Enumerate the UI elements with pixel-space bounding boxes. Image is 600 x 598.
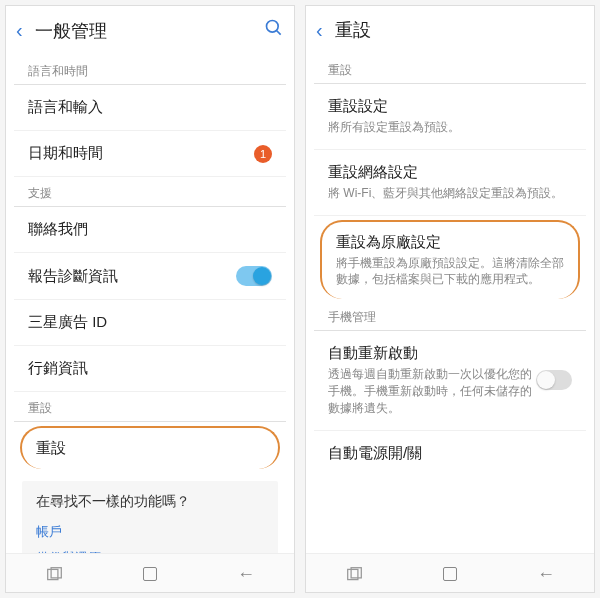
screen-reset: ‹ 重設 重設 重設設定 將所有設定重設為預設。 重設網絡設定 將 Wi-Fi、…	[305, 5, 595, 593]
section-lang-time: 語言和時間	[14, 57, 286, 85]
nav-bar: ←	[6, 553, 294, 592]
nav-recents-icon[interactable]	[34, 564, 74, 584]
item-label: 重設	[36, 439, 66, 458]
item-samsung-ad-id[interactable]: 三星廣告 ID	[14, 300, 286, 346]
item-auto-restart[interactable]: 自動重新啟動 透過每週自動重新啟動一次以優化您的手機。手機重新啟動時，任何未儲存…	[314, 331, 586, 430]
notification-badge: 1	[254, 145, 272, 163]
nav-recents-icon[interactable]	[334, 564, 374, 584]
content-scroll[interactable]: 語言和時間 語言和輸入 日期和時間 1 支援 聯絡我們 報告診斷資訊 三星廣告 …	[6, 55, 294, 553]
nav-home-icon[interactable]	[430, 564, 470, 584]
item-contact-us[interactable]: 聯絡我們	[14, 207, 286, 253]
nav-back-icon[interactable]: ←	[226, 564, 266, 584]
item-reset-settings[interactable]: 重設設定 將所有設定重設為預設。	[314, 84, 586, 150]
header: ‹ 重設	[306, 6, 594, 54]
item-auto-power[interactable]: 自動電源開/關	[314, 431, 586, 476]
item-factory-reset[interactable]: 重設為原廠設定 將手機重設為原廠預設設定。這將清除全部數據，包括檔案與已下載的應…	[320, 220, 580, 300]
content-scroll[interactable]: 重設 重設設定 將所有設定重設為預設。 重設網絡設定 將 Wi-Fi、藍牙與其他…	[306, 54, 594, 553]
screen-general-management: ‹ 一般管理 語言和時間 語言和輸入 日期和時間 1 支援 聯絡我們 報告診斷資…	[5, 5, 295, 593]
item-label: 自動電源開/關	[328, 444, 422, 463]
link-account[interactable]: 帳戶	[36, 519, 264, 545]
item-label: 重設為原廠設定	[336, 233, 564, 252]
item-reset-network[interactable]: 重設網絡設定 將 Wi-Fi、藍牙與其他網絡設定重設為預設。	[314, 150, 586, 216]
back-icon[interactable]: ‹	[316, 19, 323, 42]
item-label: 語言和輸入	[28, 98, 103, 117]
item-text: 重設網絡設定 將 Wi-Fi、藍牙與其他網絡設定重設為預設。	[328, 163, 572, 202]
item-label: 三星廣告 ID	[28, 313, 107, 332]
page-title: 重設	[335, 18, 584, 42]
back-icon[interactable]: ‹	[16, 19, 23, 42]
toggle-diagnostics[interactable]	[236, 266, 272, 286]
item-reset[interactable]: 重設	[20, 426, 280, 469]
section-support: 支援	[14, 179, 286, 207]
suggestion-card: 在尋找不一樣的功能嗎？ 帳戶 備份與還原	[22, 481, 278, 553]
item-desc: 將 Wi-Fi、藍牙與其他網絡設定重設為預設。	[328, 185, 572, 202]
item-label: 重設設定	[328, 97, 572, 116]
toggle-auto-restart[interactable]	[536, 370, 572, 390]
item-language-input[interactable]: 語言和輸入	[14, 85, 286, 131]
item-desc: 透過每週自動重新啟動一次以優化您的手機。手機重新啟動時，任何未儲存的數據將遺失。	[328, 366, 536, 416]
item-date-time[interactable]: 日期和時間 1	[14, 131, 286, 177]
item-label: 行銷資訊	[28, 359, 88, 378]
item-text: 自動重新啟動 透過每週自動重新啟動一次以優化您的手機。手機重新啟動時，任何未儲存…	[328, 344, 536, 416]
section-reset: 重設	[14, 394, 286, 422]
item-label: 聯絡我們	[28, 220, 88, 239]
link-backup-restore[interactable]: 備份與還原	[36, 545, 264, 553]
svg-point-0	[267, 21, 279, 33]
nav-back-icon[interactable]: ←	[526, 564, 566, 584]
item-label: 報告診斷資訊	[28, 267, 118, 286]
item-label: 日期和時間	[28, 144, 103, 163]
item-desc: 將所有設定重設為預設。	[328, 119, 572, 136]
item-text: 重設為原廠設定 將手機重設為原廠預設設定。這將清除全部數據，包括檔案與已下載的應…	[336, 233, 564, 289]
item-desc: 將手機重設為原廠預設設定。這將清除全部數據，包括檔案與已下載的應用程式。	[336, 255, 564, 289]
item-report-diagnostics[interactable]: 報告診斷資訊	[14, 253, 286, 300]
item-label: 自動重新啟動	[328, 344, 536, 363]
item-text: 重設設定 將所有設定重設為預設。	[328, 97, 572, 136]
nav-home-icon[interactable]	[130, 564, 170, 584]
nav-bar: ←	[306, 553, 594, 592]
section-reset: 重設	[314, 56, 586, 84]
card-title: 在尋找不一樣的功能嗎？	[36, 493, 264, 511]
section-phone-mgmt: 手機管理	[314, 303, 586, 331]
svg-line-1	[277, 31, 281, 35]
item-label: 重設網絡設定	[328, 163, 572, 182]
header: ‹ 一般管理	[6, 6, 294, 55]
search-icon[interactable]	[264, 18, 284, 43]
item-marketing-info[interactable]: 行銷資訊	[14, 346, 286, 392]
page-title: 一般管理	[35, 19, 252, 43]
